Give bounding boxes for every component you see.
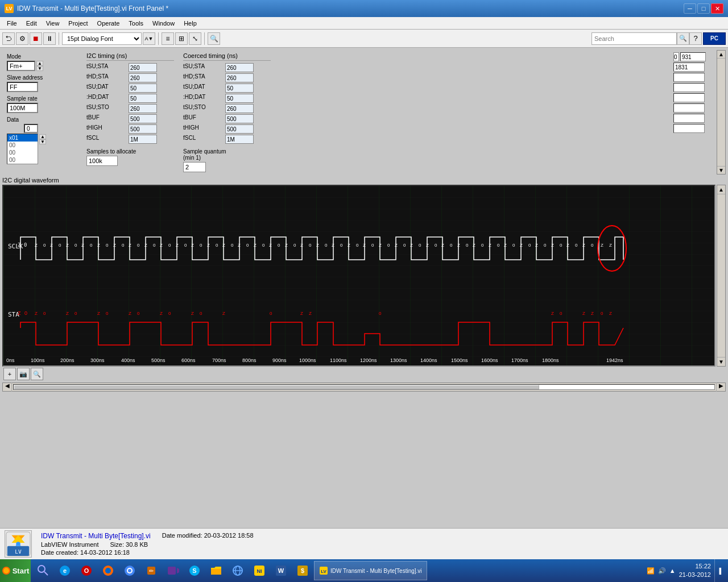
data-up[interactable]: ▲ [39, 134, 46, 139]
hscroll-left[interactable]: ◀ [3, 383, 12, 392]
data-item-2[interactable]: 00 [7, 149, 38, 156]
toolbar-stop[interactable]: ⏹ [30, 32, 42, 45]
clock-display[interactable]: 15:22 21-03-2012 [679, 562, 711, 580]
tray-show-hidden[interactable]: ▲ [669, 567, 676, 574]
toolbar-font-size-down[interactable]: A▼ [143, 32, 155, 45]
toolbar-btn-2[interactable]: ⚙ [16, 32, 28, 45]
ct-field-0-value[interactable] [225, 63, 254, 72]
file-name[interactable]: IDW Transmit - Multi Byte[Testing].vi [41, 532, 151, 540]
wf-scroll-up[interactable]: ▲ [717, 185, 725, 194]
hscroll-thumb[interactable] [14, 385, 539, 389]
scroll-down-btn[interactable]: ▼ [717, 166, 725, 174]
close-button[interactable]: ✕ [711, 3, 723, 14]
quantum-input[interactable] [183, 162, 206, 172]
taskbar-icon-opera[interactable]: O [76, 560, 97, 581]
i2c-field-3-value[interactable] [129, 94, 157, 103]
samples-allocate-input[interactable] [86, 156, 118, 166]
menu-operate[interactable]: Operate [93, 19, 125, 28]
menu-file[interactable]: File [2, 19, 22, 28]
mode-input[interactable]: Fm+ [7, 61, 35, 71]
scroll-value-6[interactable] [673, 114, 705, 123]
hscroll-right[interactable]: ▶ [716, 383, 725, 392]
ct-field-7-value[interactable] [225, 135, 254, 144]
wf-btn-add[interactable]: + [3, 368, 16, 380]
font-selector[interactable]: 15pt Dialog Font [62, 32, 142, 45]
taskbar-icon-pen[interactable]: ✏ [141, 560, 162, 581]
ct-field-1-value[interactable] [225, 73, 254, 82]
toolbar-btn-dist[interactable]: ⊞ [175, 32, 188, 45]
start-button[interactable]: Start [0, 559, 31, 582]
waveform-display[interactable]: SCLK Z 0 Z0 Z0 Z0 Z0 Z0 Z0 [2, 185, 715, 367]
i2c-field-4-value[interactable] [129, 104, 157, 113]
i2c-field-7-value[interactable] [129, 135, 157, 144]
menu-help[interactable]: Help [179, 19, 201, 28]
menu-edit[interactable]: Edit [22, 19, 42, 28]
taskbar-icon-nimax[interactable]: NI [249, 560, 270, 581]
taskbar-icon-network[interactable] [228, 560, 248, 581]
i2c-field-1-value[interactable] [129, 73, 157, 82]
scroll-value-2[interactable] [673, 73, 705, 82]
scroll-value-1[interactable] [673, 63, 705, 72]
toolbar-btn-1[interactable]: ⮌ [2, 32, 15, 45]
maximize-button[interactable]: □ [697, 3, 710, 14]
i2c-field-0-value[interactable] [129, 63, 157, 72]
toolbar-btn-zoom[interactable]: 🔍 [208, 32, 220, 45]
i2c-field-2-value[interactable] [129, 84, 157, 93]
menu-project[interactable]: Project [64, 19, 92, 28]
search-button[interactable]: 🔍 [677, 32, 689, 45]
sample-rate-input[interactable] [7, 103, 38, 113]
scroll-value-0[interactable] [680, 52, 706, 61]
waveform-hscroll[interactable]: ◀ ▶ [2, 383, 726, 392]
search-input[interactable] [592, 32, 677, 45]
scroll-nav-input[interactable] [673, 52, 679, 61]
wf-scroll-track[interactable] [717, 194, 725, 357]
data-index[interactable] [24, 124, 38, 133]
taskbar-icon-folder[interactable] [206, 560, 226, 581]
wf-scroll-down[interactable]: ▼ [717, 357, 725, 366]
data-value-selected[interactable]: x01 [7, 134, 38, 142]
waveform-vscroll[interactable]: ▲ ▼ [717, 185, 726, 367]
vertical-scrollbar[interactable]: ▲ ▼ [717, 50, 726, 174]
menu-tools[interactable]: Tools [124, 19, 148, 28]
hscroll-track[interactable] [13, 384, 715, 390]
taskbar-icon-chrome[interactable] [119, 560, 140, 581]
taskbar-icon-video[interactable] [163, 560, 183, 581]
wf-btn-zoom[interactable]: 🔍 [31, 368, 43, 380]
slave-address-input[interactable] [7, 82, 38, 92]
taskbar-icon-word[interactable]: W [271, 560, 291, 581]
mode-down[interactable]: ▼ [36, 66, 43, 71]
minimize-button[interactable]: ─ [684, 3, 696, 14]
data-item-3[interactable]: 00 [7, 156, 38, 164]
ct-field-4-value[interactable] [225, 104, 254, 113]
data-down[interactable]: ▼ [39, 139, 46, 144]
i2c-field-6-value[interactable] [129, 124, 157, 134]
taskbar-icon-search[interactable] [33, 560, 53, 581]
pc-button[interactable]: PC [703, 32, 726, 45]
taskbar-icon-skype[interactable]: S [184, 560, 205, 581]
menu-view[interactable]: View [42, 19, 64, 28]
data-item-1[interactable]: 00 [7, 142, 38, 149]
show-desktop-button[interactable]: ▐ [714, 559, 723, 582]
mode-up[interactable]: ▲ [36, 61, 43, 66]
taskbar-icon-gold[interactable]: $ [292, 560, 313, 581]
search-help[interactable]: ? [689, 32, 702, 45]
scroll-value-3[interactable] [673, 83, 705, 92]
scroll-value-7[interactable] [673, 124, 705, 133]
taskbar-icon-firefox[interactable] [98, 560, 118, 581]
taskbar-icon-ie[interactable]: e [55, 560, 75, 581]
ct-field-5-value[interactable] [225, 114, 254, 123]
toolbar-btn-align[interactable]: ≡ [162, 32, 174, 45]
taskbar-active-app[interactable]: LV IDW Transmit - Multi Byte[Testing].vi [314, 561, 427, 580]
ct-field-3-value[interactable] [225, 94, 254, 103]
toolbar-btn-resize[interactable]: ⤡ [189, 32, 201, 45]
scroll-track[interactable] [717, 59, 725, 166]
toolbar-pause[interactable]: ⏸ [43, 32, 56, 45]
scroll-value-4[interactable] [673, 93, 705, 102]
ct-field-2-value[interactable] [225, 84, 254, 93]
scroll-value-5[interactable] [673, 103, 705, 113]
wf-btn-camera[interactable]: 📷 [17, 368, 30, 380]
i2c-field-5-value[interactable] [129, 114, 157, 123]
ct-field-6-value[interactable] [225, 124, 254, 134]
menu-window[interactable]: Window [148, 19, 179, 28]
scroll-up-btn[interactable]: ▲ [717, 51, 725, 59]
